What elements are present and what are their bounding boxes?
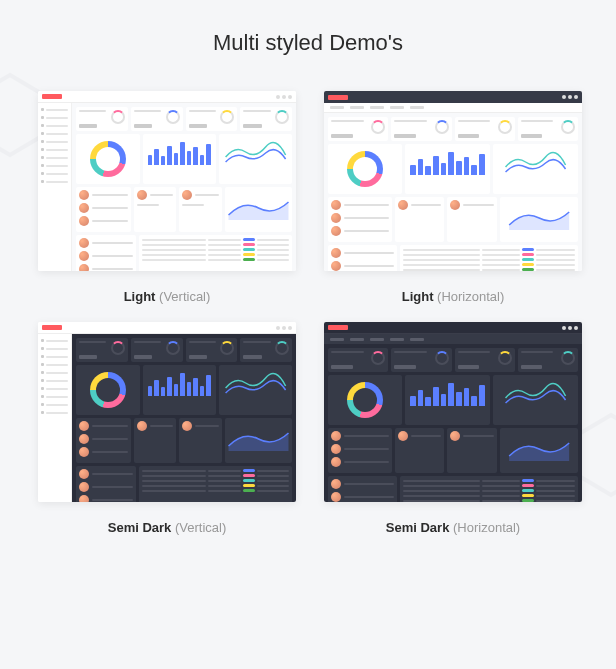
sidebar bbox=[38, 103, 72, 271]
topbar bbox=[38, 322, 296, 334]
demo-semidark-horizontal[interactable]: Semi Dark (Horizontal) bbox=[324, 322, 582, 535]
topbar bbox=[38, 91, 296, 103]
demo-caption: Light (Vertical) bbox=[124, 289, 211, 304]
sidebar bbox=[38, 334, 72, 502]
app-logo bbox=[42, 94, 62, 99]
data-table-card bbox=[139, 235, 292, 271]
demo-caption: Semi Dark (Horizontal) bbox=[386, 520, 520, 535]
demo-semidark-vertical[interactable]: Semi Dark (Vertical) bbox=[38, 322, 296, 535]
topbar bbox=[324, 91, 582, 103]
user-icon bbox=[282, 95, 286, 99]
page-title: Multi styled Demo's bbox=[0, 0, 616, 91]
notification-icon bbox=[276, 95, 280, 99]
bar-chart-card bbox=[143, 134, 216, 184]
users-card bbox=[76, 187, 131, 232]
sidebar-item bbox=[41, 107, 68, 112]
demo-caption: Light (Horizontal) bbox=[402, 289, 505, 304]
line-chart-card bbox=[219, 134, 292, 184]
user-list-card bbox=[76, 235, 136, 271]
demo-grid: Light (Vertical) Light (Horizontal) Semi… bbox=[0, 91, 616, 535]
horizontal-nav bbox=[324, 334, 582, 344]
topbar bbox=[324, 322, 582, 334]
settings-icon bbox=[288, 95, 292, 99]
area-chart-card bbox=[225, 187, 292, 232]
demo-light-horizontal[interactable]: Light (Horizontal) bbox=[324, 91, 582, 304]
demo-caption: Semi Dark (Vertical) bbox=[108, 520, 227, 535]
stat-card bbox=[76, 107, 128, 131]
donut-chart-card bbox=[76, 134, 140, 184]
demo-light-vertical[interactable]: Light (Vertical) bbox=[38, 91, 296, 304]
horizontal-nav bbox=[324, 103, 582, 113]
